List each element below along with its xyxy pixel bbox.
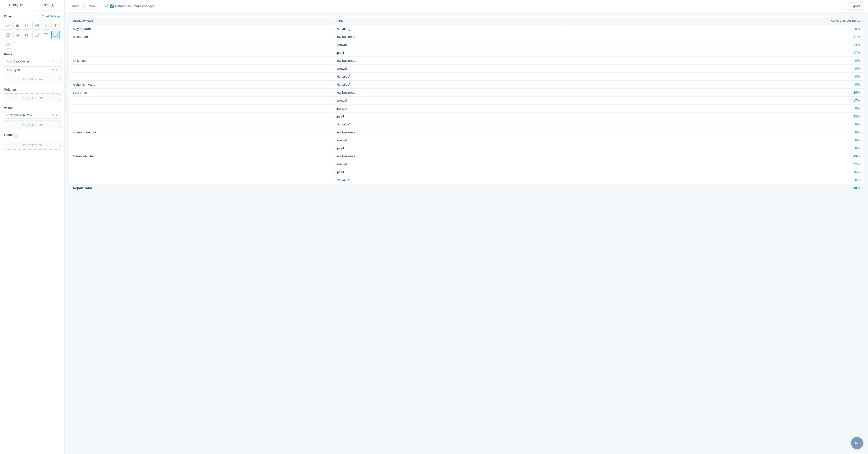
- sidebar-content: Chart Chart Settings: [0, 10, 64, 454]
- table-row: renewal0%: [69, 65, 864, 73]
- conversion-rate-remove-icon[interactable]: ×: [56, 114, 58, 117]
- chart-type-row-2: [4, 31, 61, 39]
- redo-button[interactable]: Redo: [85, 3, 98, 9]
- cell-deal-owner: [69, 160, 332, 168]
- chart-type-gauge[interactable]: [23, 31, 31, 39]
- deal-owner-field: Abc Deal Owner ✎ ×: [4, 58, 61, 65]
- columns-section: Columns Drag fields here: [4, 88, 61, 102]
- fields-drag-zone[interactable]: Drag fields here: [4, 141, 61, 150]
- chart-section-header: Chart Chart Settings: [4, 14, 61, 18]
- deal-owner-remove-icon[interactable]: ×: [56, 60, 58, 63]
- chart-type-pie[interactable]: [13, 31, 22, 39]
- export-button[interactable]: Export: [846, 2, 864, 10]
- cell-conversion-rate: 0%: [561, 73, 864, 80]
- table-body: ajay rajaram(No value)0%anish patelnew b…: [69, 25, 864, 192]
- chart-type-waterfall[interactable]: [4, 40, 12, 48]
- columns-drag-zone[interactable]: Drag fields here: [4, 93, 61, 102]
- total-conversion-rate: 30%: [561, 184, 864, 192]
- cell-conversion-rate: 37%: [561, 33, 864, 41]
- svg-rect-31: [8, 44, 9, 45]
- chart-settings-link[interactable]: Chart Settings: [41, 15, 61, 18]
- type-remove-icon[interactable]: ×: [56, 68, 58, 72]
- svg-rect-0: [16, 25, 17, 27]
- rows-section-title: Rows: [4, 53, 61, 56]
- table-container: DEAL OWNER TYPE CONVERSION RATE ajay raj…: [65, 12, 868, 454]
- cell-deal-owner: ajay rajaram: [69, 25, 332, 33]
- sidebar: Configure Filter (1) Chart Chart Setting…: [0, 0, 65, 454]
- refresh-check: Refresh as I make changes: [110, 4, 154, 8]
- table-row: ajay rajaram(No value)0%: [69, 25, 864, 33]
- cell-conversion-rate: 43%: [561, 152, 864, 160]
- cell-deal-owner: [69, 104, 332, 112]
- cell-deal-owner: [69, 121, 332, 128]
- svg-rect-2: [19, 25, 19, 27]
- svg-rect-25: [54, 33, 57, 37]
- fields-header: Fields i: [4, 133, 61, 139]
- toolbar-separator: [101, 4, 101, 9]
- tab-filter[interactable]: Filter (1): [32, 0, 65, 10]
- cell-conversion-rate: 0%: [561, 136, 864, 144]
- chart-type-scatter[interactable]: [23, 21, 31, 30]
- cell-type: new business: [331, 33, 561, 41]
- values-drag-zone[interactable]: Drag fields here: [4, 120, 61, 129]
- refresh-checkbox[interactable]: [110, 4, 114, 8]
- chart-type-bar[interactable]: [13, 21, 22, 30]
- table-row: kit lymannew business0%: [69, 57, 864, 65]
- svg-rect-24: [45, 36, 47, 36]
- chart-section-title: Chart: [4, 14, 12, 18]
- cell-type: renewal: [331, 97, 561, 104]
- chart-type-donut[interactable]: [4, 31, 12, 39]
- svg-point-11: [47, 26, 48, 27]
- cell-deal-owner: [69, 144, 332, 152]
- chart-type-funnel[interactable]: [42, 31, 50, 39]
- chart-type-row-1: [4, 21, 61, 30]
- sidebar-tabs: Configure Filter (1): [0, 0, 64, 10]
- cell-conversion-rate: 0%: [561, 80, 864, 89]
- svg-rect-18: [35, 33, 38, 37]
- deal-owner-edit-icon[interactable]: ✎: [52, 60, 55, 63]
- svg-point-9: [44, 25, 46, 27]
- chart-type-table[interactable]: [51, 31, 60, 39]
- table-row: (No value)0%: [69, 73, 864, 80]
- col-deal-owner: DEAL OWNER: [69, 17, 332, 25]
- type-edit-icon[interactable]: ✎: [52, 68, 55, 72]
- table-row: upsell0%: [69, 144, 864, 152]
- cell-conversion-rate: 26%: [561, 89, 864, 97]
- cell-deal-owner: [69, 49, 332, 57]
- cell-deal-owner: nicholas hwang: [69, 80, 332, 89]
- cell-deal-owner: [69, 65, 332, 73]
- values-section: Values # Conversion Rate ✎ × Drag fields…: [4, 106, 61, 129]
- table-row: renewal14%: [69, 41, 864, 49]
- cell-conversion-rate: 0%: [561, 121, 864, 128]
- table-header-row: DEAL OWNER TYPE CONVERSION RATE: [69, 17, 864, 25]
- cell-deal-owner: [69, 168, 332, 176]
- table-row: renewal17%: [69, 97, 864, 104]
- refresh-icon[interactable]: [104, 4, 108, 8]
- cell-type: new business: [331, 89, 561, 97]
- chart-type-row-3: [4, 40, 61, 48]
- cell-type: upsell: [331, 168, 561, 176]
- chart-type-bubble[interactable]: [42, 21, 50, 30]
- rows-section: Rows Abc Deal Owner ✎ × Abc Type: [4, 53, 61, 84]
- cell-deal-owner: tristan whitcher: [69, 152, 332, 160]
- rows-drag-zone[interactable]: Drag fields here: [4, 75, 61, 84]
- table-row: shannon decocknew business0%: [69, 128, 864, 136]
- chart-type-area[interactable]: [32, 21, 41, 30]
- help-button[interactable]: Help: [851, 437, 863, 449]
- table-row: renewal0%: [69, 136, 864, 144]
- cell-type: (No value): [331, 73, 561, 80]
- cell-deal-owner: [69, 73, 332, 80]
- svg-point-6: [27, 25, 27, 25]
- chart-type-pivot[interactable]: [32, 31, 41, 39]
- chart-type-line[interactable]: [4, 21, 12, 30]
- type-field-type: Abc: [7, 68, 12, 71]
- undo-button[interactable]: Undo: [69, 3, 83, 9]
- cell-type: (No value): [331, 80, 561, 89]
- col-conversion-rate: CONVERSION RATE: [561, 17, 864, 25]
- tab-configure[interactable]: Configure: [0, 0, 32, 10]
- conversion-rate-edit-icon[interactable]: ✎: [52, 114, 55, 117]
- refresh-label[interactable]: Refresh as I make changes: [115, 4, 154, 8]
- total-row: Report Total30%: [69, 184, 864, 192]
- chart-type-combo[interactable]: [51, 21, 60, 30]
- columns-section-title: Columns: [4, 88, 61, 91]
